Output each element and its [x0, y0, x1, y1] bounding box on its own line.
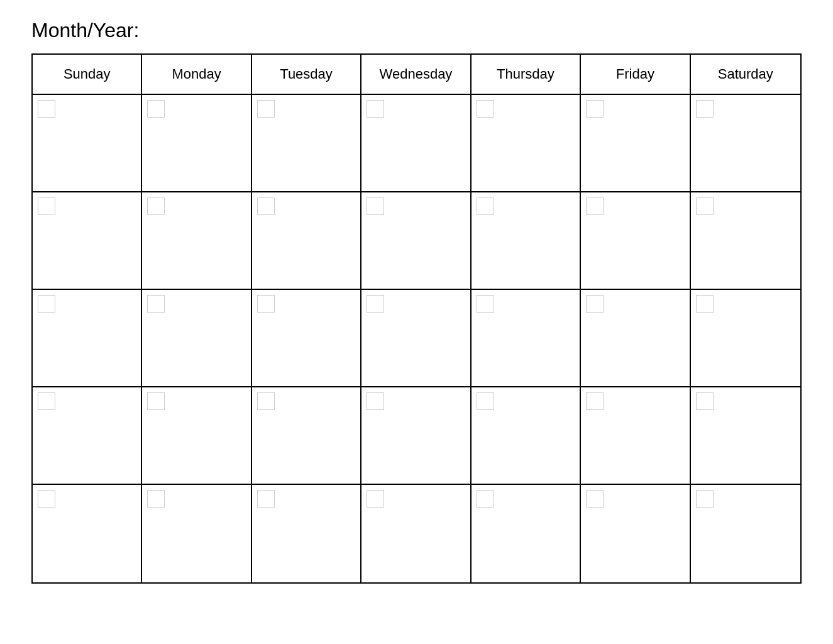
date-box: [257, 392, 275, 410]
cell-r4-sun: [33, 387, 142, 484]
date-box: [586, 197, 604, 215]
cell-r3-mon: [142, 290, 251, 386]
date-box: [477, 100, 494, 118]
cell-r1-wed: [361, 95, 471, 191]
calendar-row-5: [33, 485, 800, 582]
date-box: [477, 295, 494, 313]
calendar-row-3: [33, 290, 800, 387]
date-box: [38, 392, 55, 410]
date-box: [586, 100, 604, 118]
date-box: [586, 490, 604, 508]
cell-r5-thu: [472, 485, 581, 582]
cell-r5-fri: [581, 485, 690, 582]
date-box: [586, 295, 604, 313]
date-box: [477, 392, 494, 410]
date-box: [147, 100, 165, 118]
date-box: [477, 490, 494, 508]
cell-r5-mon: [142, 485, 251, 582]
header-tuesday: Tuesday: [252, 55, 361, 94]
date-box: [257, 197, 275, 215]
calendar-row-1: [33, 95, 800, 192]
cell-r3-thu: [472, 290, 581, 386]
cell-r5-wed: [361, 485, 471, 582]
month-year-label: Month/Year:: [31, 19, 802, 42]
date-box: [38, 197, 55, 215]
cell-r4-mon: [142, 387, 251, 484]
date-box: [367, 392, 384, 410]
cell-r4-tue: [252, 387, 361, 484]
header-sunday: Sunday: [33, 55, 142, 94]
cell-r2-sun: [33, 192, 142, 289]
cell-r2-tue: [252, 192, 361, 289]
calendar-header: Sunday Monday Tuesday Wednesday Thursday…: [33, 55, 800, 95]
calendar-row-4: [33, 387, 800, 485]
cell-r1-tue: [252, 95, 361, 191]
cell-r4-sat: [691, 387, 800, 484]
date-box: [257, 100, 275, 118]
header-thursday: Thursday: [472, 55, 581, 94]
date-box: [147, 392, 165, 410]
cell-r4-fri: [581, 387, 690, 484]
date-box: [696, 490, 714, 508]
date-box: [367, 100, 384, 118]
cell-r4-wed: [361, 387, 471, 484]
date-box: [696, 197, 714, 215]
cell-r3-sun: [33, 290, 142, 386]
header-saturday: Saturday: [691, 55, 800, 94]
calendar-row-2: [33, 192, 800, 290]
date-box: [367, 295, 384, 313]
date-box: [586, 392, 604, 410]
date-box: [147, 197, 165, 215]
date-box: [367, 197, 384, 215]
date-box: [696, 100, 714, 118]
date-box: [147, 490, 165, 508]
cell-r4-thu: [472, 387, 581, 484]
cell-r1-mon: [142, 95, 251, 191]
cell-r1-sat: [691, 95, 800, 191]
cell-r1-sun: [33, 95, 142, 191]
cell-r2-fri: [581, 192, 690, 289]
cell-r2-thu: [472, 192, 581, 289]
cell-r5-sun: [33, 485, 142, 582]
date-box: [257, 490, 275, 508]
cell-r1-fri: [581, 95, 690, 191]
date-box: [38, 100, 55, 118]
calendar-container: Sunday Monday Tuesday Wednesday Thursday…: [31, 53, 802, 584]
date-box: [147, 295, 165, 313]
cell-r3-fri: [581, 290, 690, 386]
cell-r3-sat: [691, 290, 800, 386]
date-box: [38, 295, 55, 313]
cell-r2-sat: [691, 192, 800, 289]
header-friday: Friday: [581, 55, 690, 94]
date-box: [696, 295, 714, 313]
header-monday: Monday: [142, 55, 251, 94]
cell-r3-tue: [252, 290, 361, 386]
cell-r1-thu: [472, 95, 581, 191]
date-box: [696, 392, 714, 410]
date-box: [477, 197, 494, 215]
cell-r2-wed: [361, 192, 471, 289]
date-box: [38, 490, 55, 508]
date-box: [367, 490, 384, 508]
cell-r2-mon: [142, 192, 251, 289]
cell-r5-sat: [691, 485, 800, 582]
date-box: [257, 295, 275, 313]
calendar-body: [33, 95, 800, 582]
cell-r5-tue: [252, 485, 361, 582]
cell-r3-wed: [361, 290, 471, 386]
header-wednesday: Wednesday: [361, 55, 471, 94]
